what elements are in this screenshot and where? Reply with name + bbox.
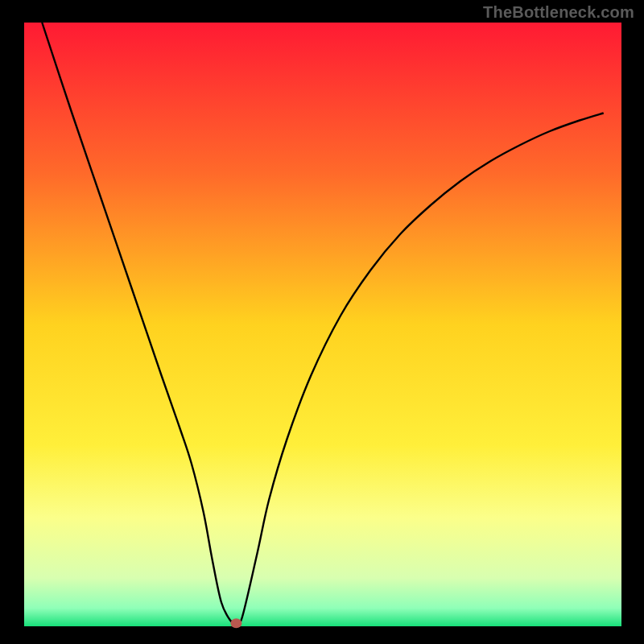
watermark-text: TheBottleneck.com xyxy=(483,3,634,22)
chart-svg xyxy=(0,0,644,644)
plot-area xyxy=(24,23,621,626)
chart-frame: TheBottleneck.com xyxy=(0,0,644,644)
optimal-point-marker xyxy=(230,618,242,628)
